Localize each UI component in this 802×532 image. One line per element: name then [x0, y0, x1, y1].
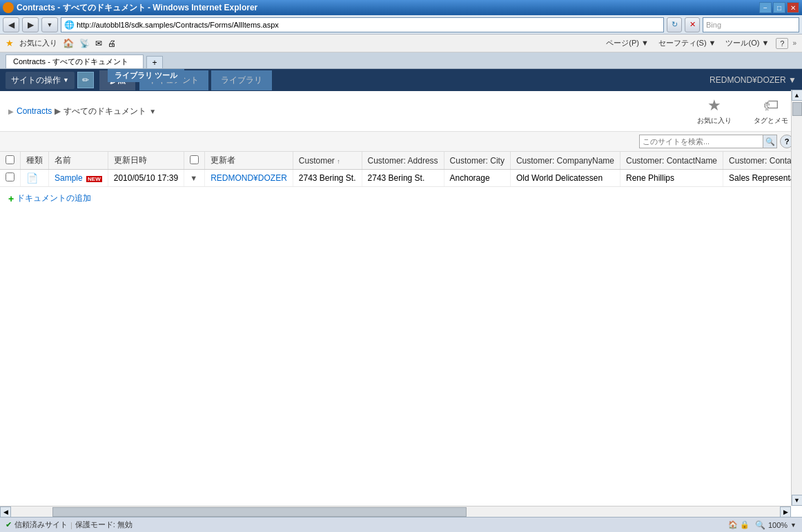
zoom-dropdown-icon[interactable]: ▼: [790, 522, 796, 529]
address-bar-container: 🌐: [61, 17, 664, 32]
select-all-checkbox[interactable]: [6, 155, 14, 164]
window-title: Contracts - すべてのドキュメント - Windows Interne…: [17, 2, 759, 14]
add-document-icon: +: [8, 193, 14, 204]
row-modified-cell: 2010/05/10 17:39: [108, 170, 184, 187]
site-actions-button[interactable]: サイトの操作 ▼: [6, 72, 75, 89]
search-container: 🔍 ▼: [703, 17, 799, 32]
browser-tab[interactable]: Contracts - すべてのドキュメント: [6, 55, 144, 68]
row-checkbox[interactable]: [6, 173, 14, 181]
close-button[interactable]: ✕: [787, 2, 799, 13]
tags-action-button[interactable]: 🏷 タグとメモ: [748, 95, 794, 127]
add-document-link[interactable]: + ドキュメントの追加: [0, 187, 802, 210]
restore-button[interactable]: □: [773, 2, 785, 13]
modified-date: 2010/05/10 17:39: [114, 173, 178, 183]
rss-icon[interactable]: 📡: [79, 39, 90, 48]
scroll-right-button[interactable]: ▶: [780, 506, 791, 518]
protected-mode-text: 保護モード: 無効: [75, 520, 133, 530]
th-customer-label: Customer: [299, 156, 335, 166]
document-link[interactable]: Sample: [55, 173, 83, 183]
favorites-action-label: お気に入り: [697, 116, 732, 126]
tab-label: Contracts - すべてのドキュメント: [13, 57, 128, 67]
safety-menu[interactable]: セーフティ(S) ▼: [656, 37, 719, 50]
library-tools-label: ライブラリ ツール: [115, 71, 177, 79]
h-scroll-track: [11, 506, 780, 517]
address-input[interactable]: [77, 21, 661, 29]
row-customer-company-cell: Old World Delicatessen: [510, 170, 620, 187]
home-icon[interactable]: 🏠: [63, 38, 74, 48]
scroll-up-button[interactable]: ▲: [792, 90, 803, 101]
sp-nav-left: サイトの操作 ▼ ✏ ライブラリ ツール 参照 ドキュメント ライブラリ: [6, 70, 272, 90]
edit-page-button[interactable]: ✏: [77, 72, 94, 88]
sharepoint-navbar: サイトの操作 ▼ ✏ ライブラリ ツール 参照 ドキュメント ライブラリ RED…: [0, 69, 802, 91]
breadcrumb-bar: ▶ Contracts ▶ すべてのドキュメント ▼ ★ お気に入り 🏷 タグと…: [0, 91, 802, 132]
tools-menu[interactable]: ツール(O) ▼: [723, 37, 772, 50]
title-bar-buttons: − □ ✕: [759, 2, 799, 13]
favorites-action-button[interactable]: ★ お気に入り: [692, 95, 737, 127]
mail-icon[interactable]: ✉: [95, 39, 102, 48]
customer-company-value: Old World Delicatessen: [516, 173, 603, 183]
refresh-button[interactable]: ↻: [667, 17, 682, 32]
breadcrumb-actions: ★ お気に入り 🏷 タグとメモ: [692, 95, 794, 127]
status-bar: ✔ 信頼済みサイト | 保護モード: 無効 🏠 🔒 🔍 100% ▼: [0, 517, 802, 532]
status-right: 🏠 🔒 🔍 100% ▼: [728, 520, 796, 530]
th-checkbox2: [184, 152, 205, 170]
expand-icon[interactable]: »: [792, 39, 796, 47]
row-customer-city-cell: Anchorage: [444, 170, 510, 187]
library-tab[interactable]: ライブラリ: [211, 70, 272, 90]
stop-button[interactable]: ✕: [685, 17, 700, 32]
breadcrumb-dropdown-icon[interactable]: ▼: [149, 108, 156, 115]
minimize-button[interactable]: −: [759, 2, 772, 13]
scroll-down-button[interactable]: ▼: [792, 495, 803, 506]
scroll-left-button[interactable]: ◀: [0, 506, 11, 518]
contracts-breadcrumb-link[interactable]: Contracts: [17, 106, 52, 116]
th-customer-city-label: Customer: City: [450, 156, 505, 166]
back-button[interactable]: ◀: [3, 17, 19, 32]
row-edit-icon[interactable]: ▼: [190, 174, 197, 182]
row-type-cell: 📄: [21, 170, 49, 187]
forward-button[interactable]: ▶: [22, 17, 39, 32]
user-menu[interactable]: REDMOND¥DOZER ▼: [710, 75, 796, 85]
site-search-box: 🔍: [639, 135, 777, 148]
print-icon[interactable]: 🖨: [108, 39, 116, 48]
row-edit-cell: ▼: [184, 170, 205, 187]
th-type: 種類: [21, 152, 49, 170]
browser-search-input[interactable]: [703, 21, 802, 29]
site-search-input[interactable]: [640, 137, 763, 146]
checkbox2[interactable]: [190, 155, 199, 164]
address-icon: 🌐: [64, 20, 75, 30]
table-header: 種類 名前 更新日時 更新者 Customer ↑: [0, 152, 802, 170]
new-tab-button[interactable]: +: [146, 56, 163, 68]
dropdown-button[interactable]: ▼: [41, 17, 58, 32]
help-button[interactable]: ?: [776, 38, 788, 49]
scroll-thumb[interactable]: [792, 102, 802, 116]
site-search-button[interactable]: 🔍: [763, 135, 776, 148]
row-customer-cell: 2743 Bering St.: [293, 170, 362, 187]
th-customer-address-label: Customer: Address: [368, 156, 438, 166]
fav-bar-left: ★ お気に入り 🏠 📡 ✉ 🖨: [6, 38, 116, 48]
browser-icon: [3, 2, 14, 13]
main-content: 種類 名前 更新日時 更新者 Customer ↑: [0, 152, 802, 496]
favorites-star-icon: ★: [6, 38, 14, 48]
row-customer-contact-cell: Rene Phillips: [620, 170, 723, 187]
trusted-site-label: ✔: [6, 520, 12, 529]
favorites-action-icon: ★: [707, 97, 721, 115]
breadcrumb: ▶ Contracts ▶ すべてのドキュメント ▼: [8, 106, 156, 117]
row-customer-address-cell: 2743 Bering St.: [362, 170, 444, 187]
status-separator: |: [70, 521, 72, 529]
th-customer-city: Customer: City: [444, 152, 510, 170]
page-menu[interactable]: ページ(P) ▼: [603, 37, 652, 50]
status-icons: 🏠 🔒: [728, 520, 750, 529]
sp-nav-row: サイトの操作 ▼ ✏ ライブラリ ツール 参照 ドキュメント ライブラリ RED…: [0, 69, 802, 91]
new-badge: NEW: [86, 176, 102, 182]
th-customer-company-label: Customer: CompanyName: [516, 156, 614, 166]
library-tools-popup: ライブラリ ツール: [108, 69, 184, 82]
th-modified-label: 更新日時: [114, 155, 147, 165]
customer-sort-icon: ↑: [337, 158, 340, 165]
th-name: 名前: [49, 152, 108, 170]
favorites-link[interactable]: お気に入り: [19, 38, 57, 48]
zoom-icon[interactable]: 🔍: [755, 520, 765, 530]
breadcrumb-current: すべてのドキュメント: [63, 106, 146, 117]
h-scroll-thumb[interactable]: [52, 507, 467, 517]
favorites-bar: ★ お気に入り 🏠 📡 ✉ 🖨 ページ(P) ▼ セーフティ(S) ▼ ツール(…: [0, 35, 802, 52]
modified-by-link[interactable]: REDMOND¥DOZER: [211, 173, 287, 183]
